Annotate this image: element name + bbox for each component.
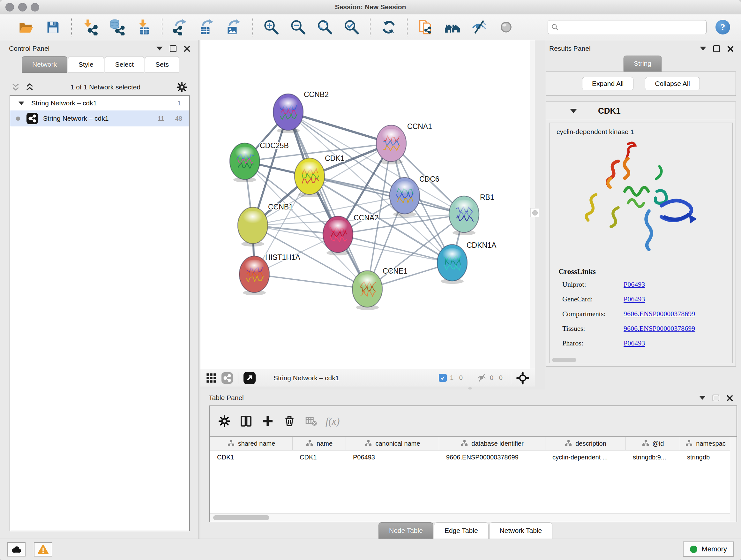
- network-edge[interactable]: [310, 176, 464, 214]
- network-graph[interactable]: CCNB2CCNA1CDC25BCDK1CDC6RB1CCNB1CCNA2CDK…: [200, 40, 530, 369]
- collection-expand-icon[interactable]: [18, 102, 24, 105]
- network-options-gear-icon[interactable]: [177, 82, 187, 92]
- results-close-icon[interactable]: [727, 45, 733, 52]
- network-from-clipboard-button[interactable]: [416, 18, 435, 37]
- refresh-button[interactable]: [380, 18, 398, 37]
- birdseye-button[interactable]: [497, 18, 515, 37]
- zoom-in-button[interactable]: [262, 18, 280, 37]
- canvas-vertical-scrollbar[interactable]: [530, 40, 535, 369]
- zoom-selected-button[interactable]: [342, 18, 361, 37]
- cloud-button[interactable]: [7, 542, 25, 557]
- results-hscroll-thumb[interactable]: [552, 358, 576, 362]
- crosslink-link[interactable]: 9606.ENSP00000378699: [623, 310, 695, 318]
- export-table-button[interactable]: [198, 18, 217, 37]
- tab-network-table[interactable]: Network Table: [489, 522, 553, 539]
- network-edge[interactable]: [288, 112, 391, 143]
- close-window-button[interactable]: [5, 3, 14, 11]
- gene-section-header[interactable]: CDK1: [546, 102, 736, 120]
- table-cell[interactable]: stringdb: [680, 450, 731, 464]
- network-node-HIST1H1A[interactable]: HIST1H1A: [239, 253, 300, 295]
- expand-all-button[interactable]: Expand All: [582, 77, 633, 90]
- detach-view-icon[interactable]: [244, 372, 256, 384]
- tab-sets[interactable]: Sets: [145, 56, 179, 73]
- network-node-CDKN1A[interactable]: CDKN1A: [437, 241, 496, 284]
- table-horizontal-scrollbar[interactable]: [210, 513, 730, 522]
- open-session-button[interactable]: [17, 18, 36, 37]
- table-vertical-scrollbar[interactable]: [730, 437, 737, 522]
- table-cell[interactable]: CDK1: [210, 450, 293, 464]
- string-home-button[interactable]: [443, 18, 462, 37]
- crosslink-link[interactable]: P06493: [623, 295, 645, 303]
- table-float-icon[interactable]: [713, 395, 719, 401]
- table-collapse-icon[interactable]: [699, 396, 705, 400]
- network-node-CCNB2[interactable]: CCNB2: [273, 90, 329, 133]
- search-input[interactable]: [561, 23, 703, 31]
- network-node-CCNE1[interactable]: CCNE1: [352, 267, 408, 310]
- export-network-button[interactable]: [172, 18, 190, 37]
- string-view-icon[interactable]: [221, 372, 233, 384]
- crosslink-link[interactable]: P06493: [623, 280, 645, 289]
- crosslink-link[interactable]: 9606.ENSP00000378699: [623, 324, 695, 333]
- collapse-all-button[interactable]: Collapse All: [645, 77, 700, 90]
- results-float-icon[interactable]: [713, 45, 720, 52]
- table-row[interactable]: CDK1CDK1P064939606.ENSP00000378699cyclin…: [210, 450, 737, 464]
- memory-button[interactable]: Memory: [683, 542, 734, 557]
- add-column-button[interactable]: [262, 415, 274, 427]
- import-network-file-button[interactable]: [81, 18, 99, 37]
- zoom-out-button[interactable]: [289, 18, 307, 37]
- table-cell[interactable]: P06493: [346, 450, 439, 464]
- import-table-file-button[interactable]: [134, 18, 153, 37]
- selected-nodes-checkbox[interactable]: [439, 374, 447, 382]
- fit-center-icon[interactable]: [516, 372, 529, 384]
- collapse-all-icon[interactable]: [11, 82, 20, 92]
- export-image-button[interactable]: [225, 18, 244, 37]
- network-node-CCNB1[interactable]: CCNB1: [238, 203, 293, 246]
- zoom-window-button[interactable]: [30, 3, 39, 11]
- collapse-panel-icon[interactable]: [156, 47, 163, 51]
- expand-all-icon[interactable]: [25, 82, 35, 92]
- help-button[interactable]: ?: [716, 20, 730, 35]
- hide-graphics-button[interactable]: [470, 18, 488, 37]
- network-edge[interactable]: [254, 274, 367, 289]
- minimize-window-button[interactable]: [18, 3, 27, 11]
- table-cell[interactable]: CDK1: [293, 450, 346, 464]
- save-session-button[interactable]: [44, 18, 62, 37]
- results-collapse-icon[interactable]: [700, 47, 706, 51]
- zoom-fit-button[interactable]: [316, 18, 334, 37]
- right-splitter-handle[interactable]: [530, 208, 539, 217]
- horizontal-splitter-handle[interactable]: [468, 387, 472, 389]
- delete-column-button[interactable]: [283, 415, 295, 427]
- import-network-database-button[interactable]: [108, 18, 126, 37]
- table-gear-button[interactable]: [218, 415, 230, 427]
- column-header-namespac[interactable]: namespac: [680, 437, 731, 450]
- table-cell[interactable]: 9606.ENSP00000378699: [439, 450, 545, 464]
- network-row-selected[interactable]: String Network – cdk1 11 48: [10, 111, 189, 126]
- tab-style[interactable]: Style: [68, 56, 104, 73]
- tab-select[interactable]: Select: [105, 56, 144, 73]
- table-close-icon[interactable]: [726, 395, 733, 401]
- table-hscroll-thumb[interactable]: [213, 515, 269, 520]
- table-cell[interactable]: cyclin-dependent ...: [545, 450, 626, 464]
- network-edge[interactable]: [288, 112, 367, 289]
- warning-button[interactable]: [34, 542, 52, 557]
- column-header-@id[interactable]: @id: [626, 437, 680, 450]
- tab-network[interactable]: Network: [22, 56, 67, 73]
- network-collection-row[interactable]: String Network – cdk1 1: [10, 96, 189, 111]
- column-header-name[interactable]: name: [293, 437, 346, 450]
- table-cell[interactable]: stringdb:9...: [626, 450, 680, 464]
- select-columns-button[interactable]: [240, 415, 252, 427]
- network-node-CCNA1[interactable]: CCNA1: [376, 122, 432, 165]
- column-header-shared-name[interactable]: shared name: [210, 437, 293, 450]
- tab-node-table[interactable]: Node Table: [379, 522, 433, 539]
- tab-string[interactable]: String: [623, 56, 662, 71]
- close-panel-icon[interactable]: [184, 45, 190, 52]
- column-header-description[interactable]: description: [545, 437, 626, 450]
- network-node-RB1[interactable]: RB1: [449, 193, 494, 235]
- tab-edge-table[interactable]: Edge Table: [434, 522, 488, 539]
- gene-expand-icon[interactable]: [570, 109, 577, 113]
- float-panel-icon[interactable]: [170, 45, 177, 52]
- crosslink-link[interactable]: P06493: [623, 339, 645, 348]
- grid-view-icon[interactable]: [206, 373, 216, 383]
- delete-table-button[interactable]: [305, 415, 316, 427]
- column-header-database-identifier[interactable]: database identifier: [439, 437, 545, 450]
